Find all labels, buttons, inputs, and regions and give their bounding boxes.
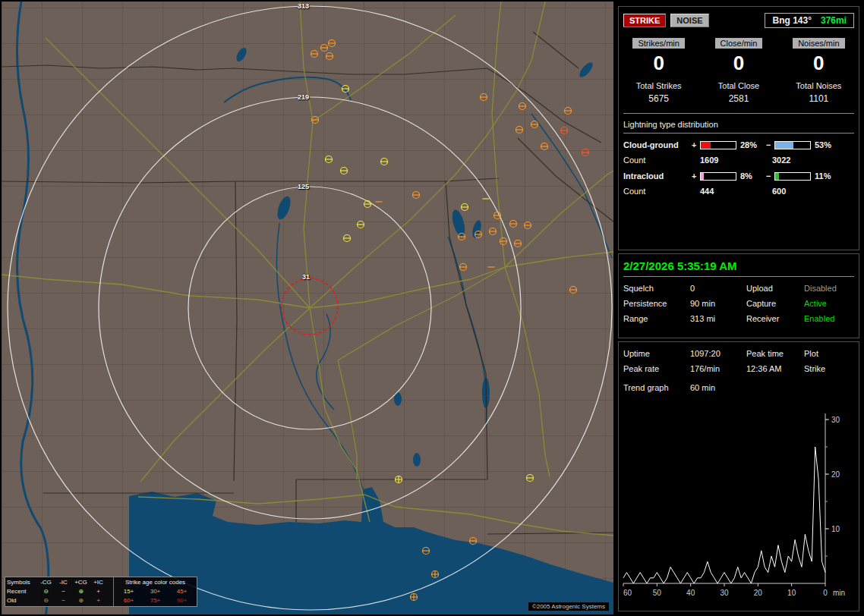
upload-status: Disabled <box>804 284 854 293</box>
squelch-label: Squelch <box>623 284 690 293</box>
uptime-value: 1097:20 <box>690 349 746 358</box>
minus-icon: − <box>55 596 72 605</box>
squelch-value: 0 <box>690 284 746 293</box>
total-noises-label: Total Noises <box>779 81 859 90</box>
age-15: 15+ <box>124 587 134 596</box>
water-layer <box>129 46 613 614</box>
legend-old-label: Old <box>7 596 37 605</box>
noises-per-min-label: Noises/min <box>793 38 844 49</box>
minus-sign: − <box>766 140 774 149</box>
datetime-display: 2/27/2026 5:35:19 AM <box>623 254 854 277</box>
trend-window-value: 60 min <box>690 383 715 392</box>
count-label: Count <box>623 187 700 196</box>
peak-time-value: 12:36 AM <box>746 364 804 373</box>
capture-label: Capture <box>746 299 804 308</box>
strike-symbols-layer <box>311 40 589 601</box>
plus-sign: + <box>692 171 700 181</box>
cg-negative-count: 3022 <box>772 156 790 165</box>
roads-layer <box>2 2 613 536</box>
trend-graph-label: Trend graph <box>623 383 690 392</box>
intracloud-count-row: Count 444 600 <box>619 181 859 196</box>
minus-icon: − <box>55 587 72 596</box>
stats-panel: STRIKE NOISE Bng 143° 376mi Strikes/min … <box>618 6 859 250</box>
circled-plus-icon: ⊕ <box>72 596 90 605</box>
total-close-label: Total Close <box>698 81 778 90</box>
count-label: Count <box>623 156 700 165</box>
ic-negative-count: 600 <box>772 187 786 196</box>
ic-positive-pct: 8% <box>740 171 766 181</box>
ic-negative-bar <box>774 172 811 181</box>
cg-negative-bar <box>774 141 811 149</box>
ic-negative-pct: 11% <box>815 171 840 181</box>
total-strikes-value: 5675 <box>619 93 698 104</box>
range-value: 313 mi <box>690 314 746 323</box>
peak-rate-value: 176/min <box>690 364 746 373</box>
cg-negative-pct: 53% <box>815 140 840 149</box>
svg-text:40: 40 <box>686 589 695 597</box>
close-per-min-label: Close/min <box>715 38 763 49</box>
range-label: Range <box>623 314 690 323</box>
close-per-min-block: Close/min 0 Total Close 2581 <box>698 36 778 104</box>
peak-rate-label: Peak rate <box>623 364 690 373</box>
capture-status: Active <box>804 299 854 308</box>
copyright-text: ©2005 Astrogenic Systems <box>528 602 609 611</box>
plus-icon: + <box>90 596 107 605</box>
svg-text:20: 20 <box>754 589 763 597</box>
noises-per-min-value: 0 <box>779 52 859 75</box>
svg-text:10: 10 <box>831 525 840 533</box>
peak-time-label: Peak time <box>746 349 804 358</box>
range-ring-label-313: 313 <box>298 2 309 10</box>
svg-text:min: min <box>833 589 845 597</box>
age-75: 75+ <box>150 596 161 605</box>
intracloud-label: Intracloud <box>623 171 692 181</box>
plot-label: Plot <box>804 349 854 358</box>
legend-symbols-section: Symbols -CG -IC +CG +IC Recent ⊖ − ⊕ + O… <box>5 577 114 606</box>
cloud-ground-label: Cloud-ground <box>623 140 692 149</box>
cloud-ground-row: Cloud-ground + 28% − 53% <box>619 134 859 149</box>
svg-text:0: 0 <box>823 589 828 597</box>
distribution-title: Lightning type distribution <box>623 120 854 134</box>
legend-age-header: Strike age color codes <box>115 578 195 587</box>
ic-positive-count: 444 <box>700 187 772 196</box>
age-30: 30+ <box>150 587 161 596</box>
ic-positive-bar <box>700 172 736 181</box>
bearing-distance: 376mi <box>821 15 847 26</box>
strikes-per-min-block: Strikes/min 0 Total Strikes 5675 <box>619 36 698 104</box>
svg-text:50: 50 <box>653 589 662 597</box>
svg-text:10: 10 <box>787 589 796 597</box>
legend-col-ic-pos: +IC <box>90 578 107 587</box>
circled-plus-icon: ⊕ <box>72 587 90 596</box>
plus-icon: + <box>90 587 107 596</box>
total-noises-value: 1101 <box>779 93 859 104</box>
svg-text:60: 60 <box>623 589 632 597</box>
circled-minus-icon: ⊖ <box>37 587 55 596</box>
age-90: 90+ <box>177 596 188 605</box>
svg-text:20: 20 <box>831 470 840 479</box>
persistence-label: Persistence <box>623 299 690 308</box>
map-legend: Symbols -CG -IC +CG +IC Recent ⊖ − ⊕ + O… <box>5 577 197 607</box>
svg-text:30: 30 <box>831 416 840 424</box>
close-per-min-value: 0 <box>698 52 778 75</box>
noises-per-min-block: Noises/min 0 Total Noises 1101 <box>779 36 859 104</box>
age-45: 45+ <box>177 587 188 596</box>
range-ring-label-219: 219 <box>298 93 309 101</box>
circled-minus-icon: ⊖ <box>37 596 55 605</box>
cloud-ground-count-row: Count 1609 3022 <box>619 149 859 165</box>
legend-recent-label: Recent <box>7 587 37 596</box>
legend-age-section: Strike age color codes 15+ 30+ 45+ 60+ 7… <box>114 577 197 606</box>
total-close-value: 2581 <box>698 93 778 104</box>
legend-col-cg-pos: +CG <box>72 578 90 587</box>
lightning-map-display[interactable]: 313 219 125 31 Symbols -CG -IC +CG +IC R… <box>2 2 613 614</box>
uptime-label: Uptime <box>623 349 690 358</box>
minus-sign: − <box>766 171 774 181</box>
strike-indicator-button[interactable]: STRIKE <box>623 14 666 27</box>
cg-positive-count: 1609 <box>700 156 772 165</box>
upload-label: Upload <box>746 284 804 293</box>
bearing-value: Bng 143° <box>772 15 811 26</box>
plot-mode-value: Strike <box>804 364 854 373</box>
status-panel: 2/27/2026 5:35:19 AM Squelch 0 Upload Di… <box>618 253 859 338</box>
strikes-per-min-label: Strikes/min <box>632 38 684 49</box>
noise-indicator-button[interactable]: NOISE <box>670 14 708 27</box>
range-ring-label-125: 125 <box>298 183 309 190</box>
legend-col-ic-neg: -IC <box>55 578 72 587</box>
